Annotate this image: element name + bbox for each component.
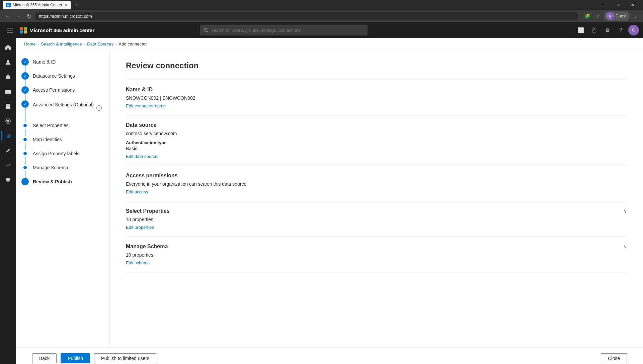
top-search-box[interactable]	[200, 25, 368, 35]
step-label-access: Access Permissions	[33, 87, 75, 99]
breadcrumb: Home › Search & intelligence › Data Sour…	[16, 38, 643, 50]
auth-type-value: Basic	[126, 146, 627, 151]
edit-data-source-link[interactable]: Edit data source	[126, 154, 157, 159]
section-data-source: Data source contoso.servicenow.com Authe…	[126, 115, 627, 166]
section-title-select-props: Select Properties	[126, 208, 170, 214]
svg-point-9	[7, 60, 9, 63]
edit-properties-link[interactable]: Edit properties	[126, 225, 154, 230]
chevron-select-props-icon[interactable]: ∨	[624, 208, 627, 214]
top-search-input[interactable]	[211, 28, 364, 33]
access-description: Everyone in your organization can search…	[126, 181, 627, 187]
sidebar-item-support[interactable]	[1, 114, 15, 128]
svg-rect-6	[24, 30, 27, 33]
top-navigation: Microsoft 365 admin center ⬜ 📱 ⚙ ? G	[0, 22, 643, 38]
help-btn[interactable]: ?	[615, 24, 627, 36]
chevron-schema-icon[interactable]: ∨	[624, 244, 627, 249]
breadcrumb-home[interactable]: Home	[24, 41, 36, 47]
back-nav-button[interactable]: ←	[3, 11, 12, 21]
microsoft-logo-icon	[20, 27, 27, 33]
publish-button[interactable]: Publish	[61, 353, 90, 363]
step-name-id: ✓ Name & ID	[21, 58, 104, 72]
step-label-schema: Manage Schema	[33, 164, 68, 177]
address-bar[interactable]	[35, 12, 579, 20]
svg-line-20	[6, 120, 7, 121]
tab-close-icon[interactable]: ✕	[64, 3, 67, 7]
section-select-properties: Select Properties ∨ 10 properties Edit p…	[126, 201, 627, 237]
menu-button[interactable]: …	[631, 11, 640, 21]
step-dot-name-id: ✓	[21, 58, 29, 66]
svg-line-8	[207, 31, 208, 32]
step-label-map-id: Map Identities	[33, 136, 62, 149]
step-select-properties: Select Properties	[21, 122, 104, 136]
search-icon	[204, 28, 208, 32]
svg-rect-1	[7, 30, 13, 30]
back-button[interactable]: Back	[32, 353, 57, 363]
guest-profile[interactable]: G Guest	[604, 11, 630, 21]
screen-btn[interactable]: ⬜	[575, 24, 587, 36]
section-name-id: Name & ID SNOWCON002 | SNOWCON002 Edit c…	[126, 80, 627, 115]
edit-connector-name-link[interactable]: Edit connector name	[126, 103, 166, 108]
advanced-info-icon[interactable]: i	[96, 105, 102, 111]
sidebar-item-reports[interactable]	[1, 100, 15, 113]
edit-access-link[interactable]: Edit access	[126, 189, 148, 194]
section-title-data-source: Data source	[126, 122, 157, 128]
schema-props-count: 10 properties	[126, 252, 627, 258]
svg-rect-0	[7, 28, 13, 28]
forward-nav-button[interactable]: →	[13, 11, 23, 21]
publish-limited-button[interactable]: Publish to limited users	[94, 353, 156, 363]
app-logo: Microsoft 365 admin center	[20, 27, 94, 33]
sidebar-item-insights[interactable]	[1, 159, 15, 172]
breadcrumb-search-intelligence[interactable]: Search & intelligence	[41, 41, 82, 47]
browser-tab[interactable]: M Microsoft 365 Admin Center ✕	[3, 1, 71, 9]
svg-rect-2	[7, 32, 13, 32]
step-map-identities: Map Identities	[21, 136, 104, 150]
favorites-button[interactable]: ☆	[593, 11, 603, 21]
breadcrumb-sep-1: ›	[38, 42, 39, 46]
settings-top-btn[interactable]: ⚙	[601, 24, 614, 36]
close-window-button[interactable]: ✕	[625, 0, 640, 10]
content-area: Home › Search & intelligence › Data Sour…	[16, 38, 643, 364]
sidebar-item-billing[interactable]	[1, 85, 15, 98]
page-content: ✓ Name & ID ✓ Da	[16, 50, 643, 347]
window-controls: ─ □ ✕	[594, 0, 640, 10]
name-id-value: SNOWCON002 | SNOWCON002	[126, 95, 627, 101]
step-dot-schema	[23, 166, 27, 169]
app-title: Microsoft 365 admin center	[29, 27, 94, 33]
section-header-access: Access permissions	[126, 173, 627, 179]
new-tab-button[interactable]: +	[73, 2, 79, 8]
breadcrumb-data-sources[interactable]: Data Sources	[87, 41, 113, 47]
sidebar-item-home[interactable]	[1, 41, 15, 54]
tab-title: Microsoft 365 Admin Center	[13, 3, 62, 7]
hamburger-menu-button[interactable]	[4, 24, 16, 36]
refresh-button[interactable]: ↻	[24, 11, 33, 21]
step-label-review: Review & Publish	[33, 178, 72, 191]
close-button[interactable]: Close	[601, 353, 627, 363]
step-advanced-settings: ✓ Advanced Settings (Optional) i	[21, 100, 104, 122]
sidebar-item-settings[interactable]	[1, 129, 15, 143]
mobile-btn[interactable]: 📱	[588, 24, 600, 36]
svg-point-19	[7, 120, 9, 122]
extensions-button[interactable]: 🧩	[583, 11, 592, 21]
step-dot-map-id	[23, 138, 27, 141]
sidebar-item-users[interactable]	[1, 56, 15, 69]
step-label-assign: Assign Property labels	[33, 150, 79, 163]
section-access-permissions: Access permissions Everyone in your orga…	[126, 166, 627, 201]
sidebar-item-health[interactable]	[1, 173, 15, 187]
review-panel: Review connection Name & ID SNOWCON002 |…	[110, 50, 643, 347]
maximize-button[interactable]: □	[610, 0, 625, 10]
top-nav-actions: ⬜ 📱 ⚙ ? G	[575, 24, 639, 36]
breadcrumb-sep-3: ›	[115, 42, 117, 46]
step-review-publish: Review & Publish	[21, 178, 104, 185]
steps-panel: ✓ Name & ID ✓ Da	[16, 50, 110, 347]
sidebar-item-customize[interactable]	[1, 144, 15, 157]
divider-bottom	[126, 272, 627, 272]
sidebar-item-teams[interactable]	[1, 70, 15, 84]
step-dot-assign	[23, 152, 27, 155]
step-label-datasource: Datasource Settings	[33, 73, 75, 85]
user-avatar[interactable]: G	[628, 25, 639, 35]
edit-schema-link[interactable]: Edit schema	[126, 260, 150, 265]
bottom-left-actions: Back Publish Publish to limited users	[32, 353, 156, 363]
select-props-count: 10 properties	[126, 217, 627, 222]
step-dot-select-props	[23, 124, 27, 127]
minimize-button[interactable]: ─	[594, 0, 610, 10]
